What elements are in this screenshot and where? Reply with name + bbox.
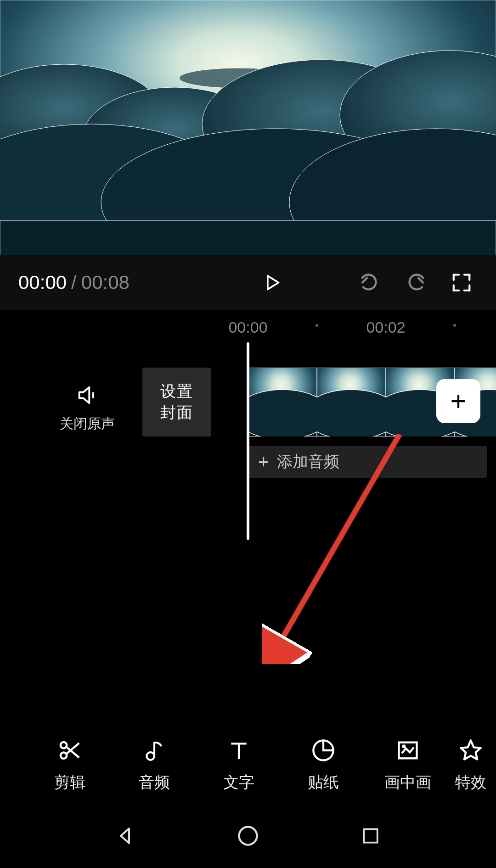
- timeline-tracks[interactable]: 关闭原声 设置 封面 + + 添加音频: [0, 342, 496, 572]
- svg-rect-30: [364, 829, 377, 842]
- svg-point-28: [402, 745, 405, 748]
- mute-original-audio[interactable]: 关闭原声: [55, 381, 119, 433]
- tool-label: 文字: [223, 772, 254, 793]
- plus-icon: +: [450, 387, 466, 415]
- sticker-icon: [310, 737, 337, 764]
- play-button[interactable]: [258, 269, 286, 296]
- tool-cut[interactable]: 剪辑: [28, 737, 112, 793]
- scissors-icon: [56, 737, 83, 764]
- set-cover-button[interactable]: 设置 封面: [142, 368, 211, 437]
- timeline-ruler[interactable]: 00:00 00:02: [0, 310, 496, 342]
- back-nav-button[interactable]: [109, 820, 141, 852]
- tool-label: 贴纸: [308, 772, 339, 793]
- tool-label: 音频: [139, 772, 170, 793]
- picture-in-picture-icon: [395, 737, 421, 764]
- tool-pip[interactable]: 画中画: [366, 737, 450, 793]
- recents-nav-button[interactable]: [355, 820, 387, 852]
- tool-text[interactable]: 文字: [197, 737, 281, 793]
- svg-point-12: [248, 390, 317, 437]
- text-icon: [225, 737, 252, 764]
- tool-label: 特效: [455, 772, 486, 793]
- tool-label: 剪辑: [54, 772, 85, 793]
- add-audio-track[interactable]: + 添加音频: [248, 446, 487, 478]
- star-icon: [457, 737, 484, 764]
- video-clip[interactable]: [248, 368, 459, 437]
- mute-label: 关闭原声: [55, 414, 119, 433]
- editor-toolbar: 剪辑 音频 文字 贴纸: [0, 726, 496, 804]
- add-audio-label: 添加音频: [277, 451, 339, 472]
- tool-audio[interactable]: 音频: [112, 737, 197, 793]
- playback-bar: 00:00 / 00:08: [0, 255, 496, 310]
- tool-sticker[interactable]: 贴纸: [281, 737, 366, 793]
- redo-button[interactable]: [400, 267, 432, 299]
- plus-icon: +: [258, 452, 269, 472]
- svg-rect-9: [0, 221, 496, 255]
- ruler-label: 00:00: [228, 318, 267, 336]
- music-note-icon: [141, 737, 168, 764]
- clip-thumbnail: [248, 368, 317, 437]
- home-nav-button[interactable]: [232, 820, 264, 852]
- time-duration: 00:08: [81, 272, 130, 294]
- ruler-dot: [453, 324, 456, 327]
- undo-button[interactable]: [354, 267, 386, 299]
- svg-point-14: [317, 390, 386, 437]
- tool-fx[interactable]: 特效: [450, 737, 491, 793]
- svg-point-24: [147, 752, 154, 760]
- playhead[interactable]: [247, 342, 249, 540]
- svg-point-29: [239, 827, 257, 845]
- time-separator: /: [71, 272, 77, 294]
- ruler-label: 00:02: [366, 318, 405, 336]
- speaker-icon: [73, 381, 101, 409]
- ruler-dot: [316, 324, 318, 327]
- cover-label-line1: 设置: [160, 381, 193, 402]
- cover-label-line2: 封面: [160, 402, 193, 423]
- time-current: 00:00: [18, 272, 67, 294]
- clip-thumbnail: [317, 368, 386, 437]
- system-navigation-bar: [0, 804, 496, 868]
- fullscreen-button[interactable]: [445, 267, 478, 299]
- tool-label: 画中画: [384, 772, 431, 793]
- video-preview[interactable]: [0, 0, 496, 255]
- add-clip-button[interactable]: +: [436, 379, 480, 423]
